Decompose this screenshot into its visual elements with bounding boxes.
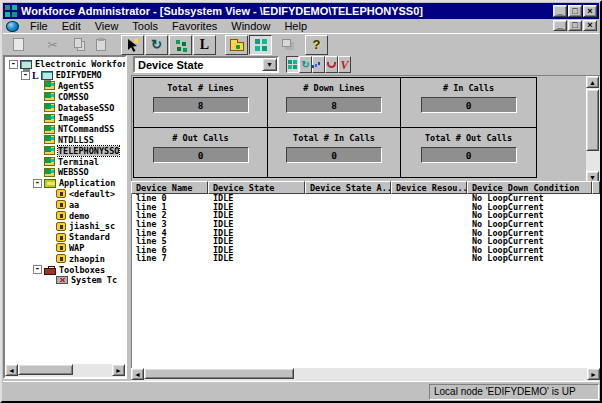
- child-minimize-button[interactable]: _: [553, 20, 567, 31]
- tree-item-standard[interactable]: Standard: [5, 232, 125, 243]
- scroll-up-icon[interactable]: ▲: [586, 76, 599, 88]
- child-close-button[interactable]: ×: [583, 20, 597, 31]
- tree-item-ntcommandss[interactable]: NTCommandSS: [5, 124, 125, 135]
- cut-button: ✂: [41, 35, 64, 55]
- toolbar: ✂ ↻ L ?: [3, 33, 599, 55]
- folder-icon: [230, 42, 244, 51]
- menu-favorites[interactable]: Favorites: [165, 20, 224, 33]
- scroll-left-icon[interactable]: ◄: [5, 364, 18, 376]
- column-device-resource[interactable]: Device Resou...: [391, 181, 467, 194]
- stat-value: 8: [153, 97, 249, 113]
- child-system-menu-icon[interactable]: [6, 21, 19, 32]
- subsystem-icon: [44, 146, 55, 155]
- tree-item-jiashi[interactable]: jiashi_sc: [5, 221, 125, 232]
- expand-box[interactable]: -: [33, 265, 42, 274]
- title-bar[interactable]: Workforce Administrator - [Subsystem Vie…: [3, 3, 599, 19]
- column-device-state[interactable]: Device State: [208, 181, 305, 194]
- menu-edit[interactable]: Edit: [55, 20, 88, 33]
- tree-item-toolboxes[interactable]: - Toolboxes: [5, 264, 125, 275]
- tree-item-zhaopin[interactable]: zhaopin: [5, 253, 125, 264]
- validate-button[interactable]: V: [338, 56, 351, 73]
- view-selector-value: Device State: [135, 59, 262, 71]
- subsystem-icon: [44, 81, 55, 90]
- letter-l-icon: L: [200, 38, 209, 52]
- stat-value: 0: [421, 147, 517, 163]
- menu-help[interactable]: Help: [277, 20, 314, 33]
- tree-horizontal-scrollbar[interactable]: ◄ ►: [5, 364, 125, 377]
- scroll-left-icon[interactable]: ◄: [131, 368, 144, 380]
- status-bar: Local node 'EDIFYDEMO' is UP: [3, 381, 599, 401]
- stat-total-out-calls: Total # Out Calls 0: [401, 128, 536, 177]
- tree-item-imagess[interactable]: ImageSS: [5, 113, 125, 124]
- app-window: Workforce Administrator - [Subsystem Vie…: [0, 0, 602, 403]
- toolbox-icon: [44, 268, 56, 275]
- minimize-button[interactable]: _: [553, 5, 567, 17]
- tree-item-databasesso[interactable]: DatabaseSSO: [5, 102, 125, 113]
- stat-down-lines: # Down Lines 8: [268, 78, 401, 128]
- tree-item-application[interactable]: - Application: [5, 178, 125, 189]
- application-icon: [56, 254, 66, 263]
- tree-panel: - Electronic Workfor - L EDIFYDEMO Agent…: [3, 55, 127, 379]
- tree-item-wap[interactable]: WAP: [5, 243, 125, 254]
- tree-item-agentss[interactable]: AgentSS: [5, 81, 125, 92]
- scroll-thumb[interactable]: [144, 368, 294, 379]
- expand-box[interactable]: -: [33, 179, 42, 188]
- tile-view-button: [273, 35, 296, 55]
- scatter-icon: [176, 40, 180, 44]
- application-icon: [56, 222, 66, 231]
- menu-window[interactable]: Window: [224, 20, 277, 33]
- tree-item-terminal[interactable]: Terminal: [5, 156, 125, 167]
- restore-button[interactable]: □: [568, 5, 582, 17]
- computer-icon: [20, 60, 32, 69]
- child-restore-button[interactable]: □: [568, 20, 582, 31]
- scroll-right-icon[interactable]: ►: [587, 368, 600, 380]
- local-node-button[interactable]: L: [193, 35, 216, 55]
- expand-box[interactable]: -: [9, 60, 18, 69]
- column-device-state-a[interactable]: Device State A...: [305, 181, 391, 194]
- open-folder-button[interactable]: [225, 35, 248, 55]
- grid-view-small-button[interactable]: [286, 56, 299, 73]
- help-button[interactable]: ?: [305, 35, 328, 55]
- expand-box[interactable]: -: [21, 71, 30, 80]
- table-row[interactable]: line 7IDLENo LoopCurrent: [132, 254, 600, 263]
- menu-view[interactable]: View: [88, 20, 126, 33]
- column-extra[interactable]: [592, 181, 600, 194]
- magnet-button[interactable]: [325, 56, 338, 73]
- tree-item-ntdllss[interactable]: NTDLLSS: [5, 135, 125, 146]
- tree-item-electronic-workforce[interactable]: - Electronic Workfor: [5, 59, 125, 70]
- refresh-view-button[interactable]: ↻: [299, 56, 312, 73]
- close-button[interactable]: ×: [583, 5, 597, 17]
- tree-item-comsso[interactable]: COMSSO: [5, 91, 125, 102]
- system-toolbox-icon: [56, 276, 68, 284]
- scroll-right-icon[interactable]: ►: [112, 364, 125, 376]
- tree-item-telephonysso[interactable]: TELEPHONYSSO: [5, 145, 125, 156]
- help-icon: ?: [313, 38, 321, 51]
- chart-view-button[interactable]: [312, 56, 325, 73]
- cut-icon: ✂: [47, 38, 57, 52]
- combo-dropdown-icon[interactable]: ▼: [262, 58, 277, 71]
- scroll-thumb[interactable]: [18, 364, 73, 375]
- stat-out-calls: # Out Calls 0: [134, 128, 268, 177]
- tree-item-demo[interactable]: demo: [5, 210, 125, 221]
- tree-item-aa[interactable]: aa: [5, 199, 125, 210]
- scroll-thumb[interactable]: [586, 89, 599, 151]
- tree-item-websso[interactable]: WEBSSO: [5, 167, 125, 178]
- tree-item-default[interactable]: <default>: [5, 189, 125, 200]
- stat-value: 0: [153, 147, 249, 163]
- menu-file[interactable]: File: [23, 20, 55, 33]
- view-selector-combobox[interactable]: Device State ▼: [133, 56, 279, 73]
- column-device-name[interactable]: Device Name: [131, 181, 208, 194]
- column-device-down-condition[interactable]: Device Down Condition: [467, 181, 592, 194]
- select-pointer-button[interactable]: [121, 35, 144, 55]
- recycle-icon: ↻: [301, 60, 309, 70]
- subsystem-view-button[interactable]: [249, 35, 272, 55]
- tree-item-edifydemo[interactable]: - L EDIFYDEMO: [5, 70, 125, 81]
- tree-item-system-toolbox[interactable]: System Tc: [5, 275, 125, 286]
- stats-vertical-scrollbar[interactable]: ▲ ▼: [586, 76, 600, 183]
- table-horizontal-scrollbar[interactable]: ◄ ►: [131, 368, 600, 381]
- menu-tools[interactable]: Tools: [125, 20, 165, 33]
- run-subsystems-button[interactable]: [169, 35, 192, 55]
- refresh-button[interactable]: ↻: [145, 35, 168, 55]
- subsystem-icon: [44, 92, 55, 101]
- subsystem-icon: [44, 168, 55, 177]
